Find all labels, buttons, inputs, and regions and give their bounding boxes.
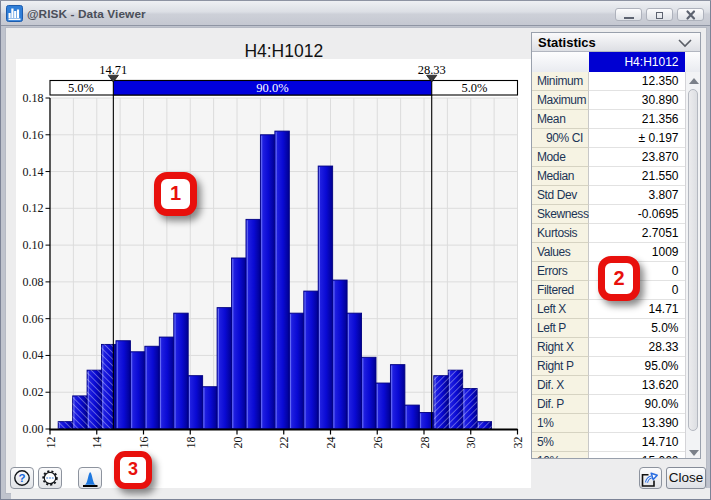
svg-text:0.06: 0.06: [23, 312, 44, 326]
svg-text:14: 14: [90, 437, 104, 449]
svg-text:14.71: 14.71: [99, 63, 127, 77]
svg-text:30: 30: [464, 437, 478, 449]
svg-text:H4:H1012: H4:H1012: [244, 41, 323, 61]
svg-text:0.12: 0.12: [23, 201, 44, 215]
svg-text:0.14: 0.14: [23, 165, 44, 179]
svg-text:22: 22: [277, 437, 291, 449]
svg-text:0.18: 0.18: [23, 91, 44, 105]
svg-text:32: 32: [511, 437, 525, 449]
svg-text:0.16: 0.16: [23, 128, 44, 142]
svg-text:28.33: 28.33: [418, 63, 446, 77]
svg-text:0.02: 0.02: [23, 385, 44, 399]
svg-text:26: 26: [371, 437, 385, 449]
svg-text:24: 24: [324, 437, 338, 449]
svg-text:0.10: 0.10: [23, 238, 44, 252]
svg-text:?: ?: [18, 472, 25, 484]
svg-text:0.00: 0.00: [23, 422, 44, 436]
svg-text:28: 28: [418, 437, 432, 449]
svg-text:90.0%: 90.0%: [256, 81, 288, 95]
svg-text:20: 20: [231, 437, 245, 449]
svg-text:0.08: 0.08: [23, 275, 44, 289]
svg-text:18: 18: [184, 437, 198, 449]
svg-text:16: 16: [137, 437, 151, 449]
svg-text:12: 12: [44, 437, 58, 449]
svg-text:0.04: 0.04: [23, 348, 44, 362]
svg-text:5.0%: 5.0%: [461, 81, 487, 95]
svg-text:5.0%: 5.0%: [68, 81, 94, 95]
